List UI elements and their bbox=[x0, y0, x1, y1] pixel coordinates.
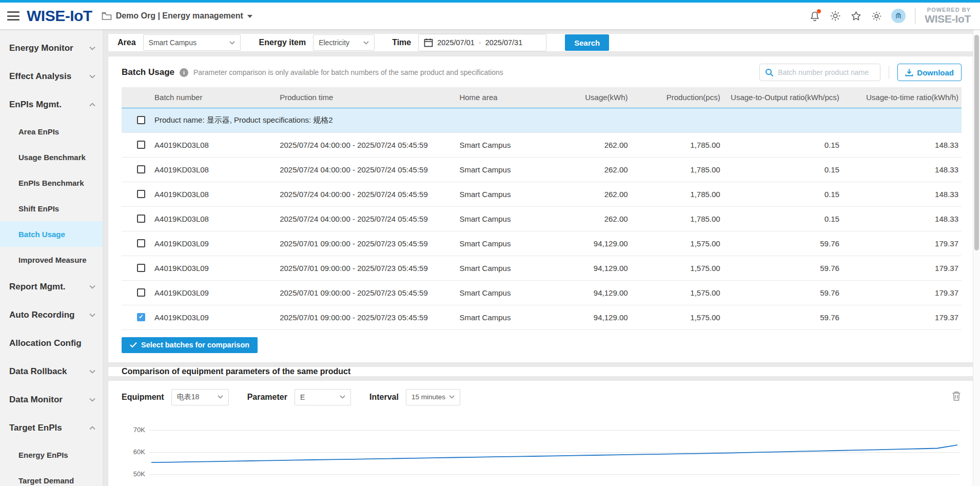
column-header-production-pcs: Production(pcs) bbox=[631, 87, 723, 108]
download-button[interactable]: Download bbox=[897, 64, 962, 81]
cell-usage: 94,129.00 bbox=[548, 256, 631, 280]
row-checkbox[interactable] bbox=[137, 264, 145, 272]
org-switcher[interactable]: Demo Org | Energy management bbox=[102, 11, 252, 21]
sidebar-item-label: Auto Recording bbox=[9, 310, 75, 320]
sidebar-subitem-target-demand[interactable]: Target Demand bbox=[0, 468, 103, 486]
sidebar-subitem-batch-usage[interactable]: Batch Usage bbox=[0, 221, 103, 247]
sidebar-item-energy-monitor[interactable]: Energy Monitor bbox=[0, 34, 103, 62]
chevron-down-icon bbox=[89, 313, 95, 317]
row-checkbox-cell bbox=[122, 182, 151, 206]
batch-search-input[interactable] bbox=[778, 68, 875, 76]
cell-output_ratio: 0.15 bbox=[723, 182, 842, 206]
sidebar-nav: Energy MonitorEffect AnalysisEnPIs Mgmt.… bbox=[0, 30, 103, 486]
chevron-down-icon bbox=[218, 395, 223, 399]
cell-production: 1,575.00 bbox=[631, 256, 723, 280]
group-label: Product name: 显示器, Product specification… bbox=[151, 108, 962, 132]
table-row: A4019KD03L092025/07/01 09:00:00 - 2025/0… bbox=[122, 231, 962, 256]
cell-production: 1,785.00 bbox=[631, 132, 723, 157]
cell-batch: A4019KD03L09 bbox=[151, 231, 277, 256]
chart-plot-area bbox=[149, 419, 959, 486]
cell-usage: 262.00 bbox=[548, 182, 631, 206]
sidebar-subitem-shift-enpis[interactable]: Shift EnPIs bbox=[0, 196, 103, 221]
row-checkbox[interactable] bbox=[137, 141, 145, 149]
sidebar-subitem-usage-benchmark[interactable]: Usage Benchmark bbox=[0, 144, 103, 170]
energy-item-select-value: Electricity bbox=[319, 38, 349, 47]
cell-output_ratio: 59.76 bbox=[723, 305, 842, 329]
comparison-heading-bar: Comparison of equipment parameters of th… bbox=[108, 367, 975, 376]
column-header-production-time: Production time bbox=[277, 87, 456, 108]
date-range-picker[interactable]: 2025/07/01 - 2025/07/31 bbox=[418, 34, 546, 51]
cell-batch: A4019KD03L09 bbox=[151, 256, 277, 280]
menu-icon[interactable] bbox=[7, 11, 19, 21]
area-select[interactable]: Smart Campus bbox=[143, 34, 241, 51]
scrollbar-thumb[interactable] bbox=[974, 35, 979, 250]
table-row: A4019KD03L092025/07/01 09:00:00 - 2025/0… bbox=[122, 280, 962, 305]
row-checkbox[interactable] bbox=[137, 288, 145, 297]
cell-area: Smart Campus bbox=[456, 182, 548, 206]
page-scrollbar[interactable] bbox=[973, 30, 980, 486]
row-checkbox-cell bbox=[122, 157, 151, 182]
sidebar-subitem-improved-measure[interactable]: Improved Measure bbox=[0, 247, 103, 273]
favorite-star-icon[interactable] bbox=[850, 10, 861, 22]
sidebar-item-data-rollback[interactable]: Data Rollback bbox=[0, 357, 103, 385]
notification-badge bbox=[817, 9, 821, 13]
sidebar-item-data-monitor[interactable]: Data Monitor bbox=[0, 385, 103, 414]
cell-time_ratio: 179.37 bbox=[842, 231, 962, 256]
sidebar-item-report-mgmt[interactable]: Report Mgmt. bbox=[0, 273, 103, 301]
row-checkbox[interactable] bbox=[137, 190, 145, 198]
notifications-icon[interactable] bbox=[809, 10, 820, 22]
sidebar-item-auto-recording[interactable]: Auto Recording bbox=[0, 301, 103, 329]
row-checkbox[interactable] bbox=[137, 313, 145, 321]
time-label: Time bbox=[392, 38, 411, 47]
date-separator: - bbox=[479, 38, 481, 47]
settings-gear-icon[interactable] bbox=[871, 10, 882, 22]
sidebar-subitem-area-enpis[interactable]: Area EnPIs bbox=[0, 119, 103, 144]
cell-output_ratio: 0.15 bbox=[723, 206, 842, 231]
row-checkbox-cell bbox=[122, 280, 151, 305]
table-row: A4019KD03L082025/07/24 04:00:00 - 2025/0… bbox=[122, 132, 962, 157]
chevron-up-icon bbox=[89, 103, 95, 107]
row-checkbox[interactable] bbox=[137, 239, 145, 247]
cell-time: 2025/07/24 04:00:00 - 2025/07/24 05:45:5… bbox=[277, 157, 456, 182]
select-batches-button[interactable]: Select batches for comparison bbox=[122, 337, 258, 353]
cell-production: 1,575.00 bbox=[631, 231, 723, 256]
cell-time_ratio: 148.33 bbox=[842, 157, 962, 182]
energy-item-select[interactable]: Electricity bbox=[313, 34, 375, 51]
sidebar-item-enpis-mgmt[interactable]: EnPIs Mgmt. bbox=[0, 90, 103, 119]
sidebar-subitem-enpis-benchmark[interactable]: EnPIs Benchmark bbox=[0, 170, 103, 196]
user-avatar[interactable] bbox=[891, 9, 906, 23]
row-checkbox[interactable] bbox=[137, 215, 145, 223]
row-checkbox[interactable] bbox=[137, 165, 145, 173]
chevron-down-icon bbox=[449, 395, 455, 399]
table-row: A4019KD03L092025/07/01 09:00:00 - 2025/0… bbox=[122, 305, 962, 329]
sidebar-item-effect-analysis[interactable]: Effect Analysis bbox=[0, 62, 103, 90]
cell-usage: 94,129.00 bbox=[548, 305, 631, 329]
search-button[interactable]: Search bbox=[565, 34, 609, 51]
delete-chart-icon[interactable] bbox=[951, 391, 962, 403]
equipment-select[interactable]: 电表18 bbox=[171, 389, 229, 405]
sidebar-item-label: Data Monitor bbox=[9, 395, 63, 405]
cell-batch: A4019KD03L09 bbox=[151, 280, 277, 305]
sidebar-item-allocation-config[interactable]: Allocation Config bbox=[0, 329, 103, 357]
cell-time_ratio: 179.37 bbox=[842, 280, 962, 305]
sidebar-subitem-energy-enpis[interactable]: Energy EnPIs bbox=[0, 442, 103, 468]
date-to[interactable]: 2025/07/31 bbox=[485, 38, 523, 47]
group-checkbox[interactable] bbox=[137, 116, 145, 124]
cell-batch: A4019KD03L09 bbox=[151, 305, 277, 329]
group-checkbox-cell bbox=[122, 108, 151, 132]
interval-select[interactable]: 15 minutes bbox=[406, 389, 460, 405]
brightness-icon[interactable] bbox=[830, 10, 841, 22]
date-from[interactable]: 2025/07/01 bbox=[437, 38, 475, 47]
area-label: Area bbox=[117, 38, 136, 47]
sidebar-item-target-enpis[interactable]: Target EnPIs bbox=[0, 414, 103, 442]
cell-usage: 262.00 bbox=[548, 206, 631, 231]
usage-line-series bbox=[151, 445, 957, 462]
parameter-select[interactable]: E bbox=[295, 389, 351, 405]
calendar-icon bbox=[424, 38, 433, 47]
app-header: WISE-IoT Demo Org | Energy management PO… bbox=[0, 3, 980, 30]
batch-search-box[interactable] bbox=[759, 64, 880, 81]
cell-area: Smart Campus bbox=[456, 206, 548, 231]
cell-output_ratio: 59.76 bbox=[723, 280, 842, 305]
cell-time_ratio: 179.37 bbox=[842, 305, 962, 329]
parameter-label: Parameter bbox=[247, 393, 287, 402]
